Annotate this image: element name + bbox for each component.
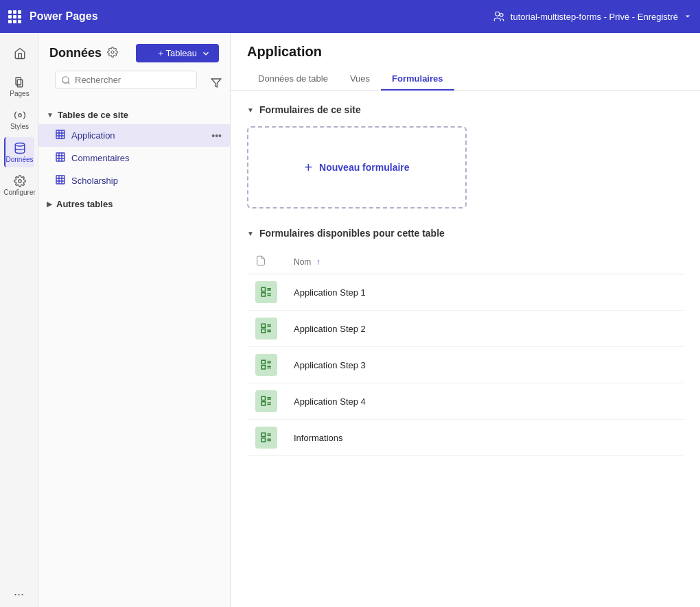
scholarship-label: Scholarship xyxy=(71,176,222,186)
sidebar-item-application[interactable]: Application ••• xyxy=(38,124,230,147)
main-content: Application Données de table Vues Formul… xyxy=(231,33,700,607)
svg-point-0 xyxy=(495,12,500,16)
search-input[interactable] xyxy=(75,75,191,85)
svg-rect-2 xyxy=(16,78,21,85)
svg-point-7 xyxy=(111,51,114,53)
table-row[interactable]: Application Step 3 xyxy=(247,347,684,383)
chevron-expand-icon: ▼ xyxy=(47,111,54,119)
svg-point-1 xyxy=(500,14,503,17)
content-header: Application Données de table Vues Formul… xyxy=(231,33,700,91)
chevron-down-icon-btn xyxy=(201,49,211,58)
filter-icon[interactable] xyxy=(211,78,222,91)
nav-styles[interactable]: Styles xyxy=(4,104,34,134)
plus-icon xyxy=(144,49,154,58)
row-name-cell: Informations xyxy=(285,420,684,456)
user-icon xyxy=(493,10,505,23)
chevron-formulaires-icon: ▼ xyxy=(247,106,254,114)
tab-formulaires[interactable]: Formulaires xyxy=(381,68,454,91)
gear-icon[interactable] xyxy=(107,47,118,60)
table-row[interactable]: Application Step 2 xyxy=(247,311,684,347)
row-icon-cell xyxy=(247,420,285,456)
svg-point-6 xyxy=(18,179,21,182)
plus-icon-large: + xyxy=(304,160,312,176)
table-row[interactable]: Application Step 1 xyxy=(247,274,684,311)
chevron-collapsed-icon: ▶ xyxy=(47,200,52,208)
section-autres-tables[interactable]: ▶ Autres tables xyxy=(38,195,230,213)
svg-rect-12 xyxy=(56,176,65,184)
svg-point-5 xyxy=(15,143,25,146)
nav-pages-label: Pages xyxy=(10,90,29,97)
icon-nav: Pages Styles Données Configurer xyxy=(0,33,38,607)
tab-vues[interactable]: Vues xyxy=(339,68,381,91)
nav-pages[interactable]: Pages xyxy=(4,71,34,102)
content-body: ▼ Formulaires de ce site + Nouveau formu… xyxy=(231,91,700,607)
app-title: Power Pages xyxy=(30,10,98,23)
sidebar-title: Données xyxy=(49,46,102,60)
formulaires-site-label: Formulaires de ce site xyxy=(259,104,361,115)
svg-rect-20 xyxy=(261,329,265,333)
table-grid-icon xyxy=(55,129,66,142)
svg-rect-38 xyxy=(261,438,265,442)
svg-rect-32 xyxy=(261,402,265,405)
table-row[interactable]: Informations xyxy=(247,420,684,456)
svg-point-4 xyxy=(18,113,21,117)
styles-icon xyxy=(14,109,26,121)
formulaires-disponibles-label: Formulaires disponibles pour cette table xyxy=(259,228,445,239)
sort-icon: ↑ xyxy=(316,257,320,267)
tableau-button[interactable]: + Tableau xyxy=(136,44,219,62)
sidebar-item-commentaires[interactable]: Commentaires xyxy=(38,147,230,169)
nav-more-label: ... xyxy=(14,584,24,598)
chevron-down-icon xyxy=(684,12,692,21)
application-label: Application xyxy=(71,130,206,141)
tab-donnees-table[interactable]: Données de table xyxy=(247,68,339,91)
page-title: Application xyxy=(247,44,684,60)
tab-bar: Données de table Vues Formulaires xyxy=(247,68,684,90)
site-info: tutorial-multistep-forms - Privé - Enreg… xyxy=(493,10,692,23)
app-grid-icon[interactable] xyxy=(8,10,21,23)
svg-rect-26 xyxy=(261,366,265,369)
file-icon xyxy=(255,255,266,266)
forms-table: Nom ↑ xyxy=(247,250,684,456)
top-bar: Power Pages tutorial-multistep-forms - P… xyxy=(0,0,700,33)
new-form-card[interactable]: + Nouveau formulaire xyxy=(247,126,467,209)
home-icon xyxy=(14,47,26,60)
col-icon-header xyxy=(247,250,285,274)
svg-rect-3 xyxy=(17,80,23,87)
svg-rect-25 xyxy=(261,360,265,364)
new-form-label: Nouveau formulaire xyxy=(319,162,409,173)
more-options-icon[interactable]: ••• xyxy=(211,130,222,141)
nav-donnees[interactable]: Données xyxy=(4,137,34,167)
row-icon-cell xyxy=(247,347,285,383)
svg-marker-9 xyxy=(211,79,220,87)
nav-configurer[interactable]: Configurer xyxy=(4,170,34,200)
table-grid-icon-3 xyxy=(55,174,66,187)
tableau-label: + Tableau xyxy=(158,48,197,58)
nav-configurer-label: Configurer xyxy=(3,189,36,196)
form-icon xyxy=(255,281,277,303)
section-tables-label: Tables de ce site xyxy=(58,110,128,120)
row-icon-cell xyxy=(247,274,285,311)
table-row[interactable]: Application Step 4 xyxy=(247,383,684,420)
svg-rect-11 xyxy=(56,153,65,161)
sidebar-item-scholarship[interactable]: Scholarship xyxy=(38,169,230,192)
nav-more[interactable]: ... xyxy=(14,584,24,599)
sidebar-header: Données + Tableau xyxy=(38,44,230,71)
section-formulaires-site[interactable]: ▼ Formulaires de ce site xyxy=(247,104,684,115)
row-name-cell: Application Step 1 xyxy=(285,274,684,311)
search-icon xyxy=(61,75,71,85)
svg-rect-31 xyxy=(261,396,265,400)
main-layout: Pages Styles Données Configurer xyxy=(0,33,700,607)
row-name-cell: Application Step 4 xyxy=(285,383,684,420)
svg-rect-10 xyxy=(56,130,65,139)
section-formulaires-disponibles[interactable]: ▼ Formulaires disponibles pour cette tab… xyxy=(247,228,684,239)
form-icon xyxy=(255,390,277,412)
svg-point-8 xyxy=(62,76,69,82)
search-bar[interactable] xyxy=(55,71,197,89)
svg-rect-13 xyxy=(261,287,265,291)
section-tables-site[interactable]: ▼ Tables de ce site xyxy=(38,106,230,124)
sidebar: Données + Tableau xyxy=(38,33,231,607)
svg-rect-37 xyxy=(261,433,265,436)
nav-home[interactable] xyxy=(4,38,34,69)
table-grid-icon-2 xyxy=(55,152,66,165)
form-icon xyxy=(255,354,277,376)
